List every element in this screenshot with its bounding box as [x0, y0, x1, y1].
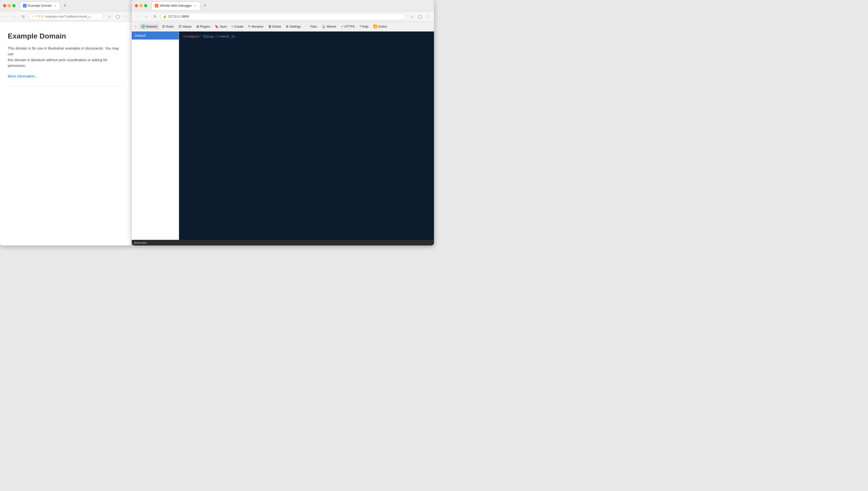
help-icon: ? — [359, 25, 361, 28]
tab-label-2: Whistle Web Debugger — [160, 4, 192, 7]
online-icon: 📶 — [373, 25, 377, 28]
tab-favicon-1: E — [23, 4, 27, 7]
network-button[interactable]: 🌐 Network — [139, 24, 159, 29]
rules-icon: ☰ — [162, 25, 165, 28]
url-actions-1: ☆ ◯ ⋮ — [106, 13, 130, 20]
weinre-icon: 📡 — [322, 25, 326, 28]
more-button-2[interactable]: ⋮ — [425, 13, 432, 20]
minimize-button-2[interactable] — [140, 4, 143, 7]
bookmark-button-2[interactable]: ☆ — [408, 13, 415, 20]
network-icon: 🌐 — [141, 25, 145, 28]
values-button[interactable]: ☰ Values — [176, 24, 194, 29]
forward-button-2[interactable]: → — [143, 13, 150, 20]
account-button-2[interactable]: ◯ — [416, 13, 424, 20]
rules-button[interactable]: ☰ Rules — [160, 24, 176, 29]
security-label-1: 不安全 — [35, 15, 44, 18]
reload-button-2[interactable]: ↻ — [151, 13, 159, 20]
back-nav-button[interactable]: ‹ — [133, 24, 139, 29]
online-label: Online — [378, 25, 387, 28]
files-icon: 📄 — [306, 25, 310, 28]
whistle-main: Default /example/ fplug:///mock.js — [132, 31, 434, 240]
more-button-1[interactable]: ⋮ — [122, 13, 130, 20]
https-label: HTTPS — [345, 25, 355, 28]
https-icon: ✓ — [341, 25, 344, 28]
traffic-lights-1 — [3, 4, 16, 7]
rules-label: Rules — [166, 25, 174, 28]
whistle-sidebar: Default — [132, 31, 179, 240]
plugins-button[interactable]: ⊞ Plugins — [194, 24, 212, 29]
whistle-toolbar: ‹ 🌐 Network ☰ Rules ☰ Values ⊞ Plugins 🔖… — [132, 22, 434, 31]
forward-button-1[interactable]: → — [11, 13, 18, 20]
sidebar-item-label: Default — [135, 34, 145, 37]
url-text-2: 127.0.0.1:8899 — [168, 15, 189, 18]
browser-window-1: E Example Domain × + ← → ↻ ⚠ 不安全 example… — [0, 0, 132, 246]
page-description-1: This domain is for use in illustrative e… — [8, 46, 124, 69]
tab-close-1[interactable]: × — [53, 4, 57, 7]
divider — [8, 86, 124, 87]
delete-button[interactable]: 🗑 Delete — [266, 24, 283, 29]
editor-path: /example/ — [183, 34, 201, 39]
delete-label: Delete — [272, 25, 281, 28]
security-icon-1: ⚠ — [31, 15, 34, 18]
new-tab-button-2[interactable]: + — [201, 2, 208, 9]
editor-line-1: /example/ fplug:///mock.js — [183, 34, 430, 39]
settings-icon: ⚙ — [286, 25, 289, 28]
back-button-2[interactable]: ← — [134, 13, 141, 20]
traffic-lights-2 — [135, 4, 147, 7]
help-label: Help — [362, 25, 368, 28]
close-button-1[interactable] — [3, 4, 6, 7]
save-label: Save — [219, 25, 227, 28]
settings-label: Settings — [290, 25, 301, 28]
create-button[interactable]: + Create — [230, 24, 246, 29]
tab-close-2[interactable]: × — [193, 4, 197, 7]
page-title-1: Example Domain — [8, 32, 124, 40]
tab-favicon-2: W — [155, 4, 158, 7]
editor-target: fplug:///mock.js — [203, 34, 235, 39]
files-button[interactable]: 📄 Files — [303, 24, 319, 29]
whistle-editor[interactable]: /example/ fplug:///mock.js — [179, 31, 434, 240]
save-button[interactable]: 🔖 Save — [213, 24, 229, 29]
minimize-button-1[interactable] — [8, 4, 11, 7]
title-bar-2: W Whistle Web Debugger × + — [132, 0, 434, 11]
url-bar-2[interactable]: 🔒 127.0.0.1:8899 — [160, 13, 406, 20]
plugins-icon: ⊞ — [196, 25, 199, 28]
tab-label-1: Example Domain — [28, 4, 52, 7]
title-bar-1: E Example Domain × + — [0, 0, 132, 11]
tab-whistle[interactable]: W Whistle Web Debugger × — [151, 2, 200, 10]
browser-window-2: W Whistle Web Debugger × + ← → ↻ 🔒 127.0… — [132, 0, 434, 246]
weinre-label: Weinre — [327, 25, 336, 28]
account-button-1[interactable]: ◯ — [114, 13, 121, 20]
url-text-1: example.com/?callback=mock_c... — [46, 15, 93, 18]
https-button[interactable]: ✓ HTTPS — [339, 24, 357, 29]
plugins-label: Plugins — [200, 25, 210, 28]
values-label: Values — [182, 25, 192, 28]
reload-button-1[interactable]: ↻ — [20, 13, 27, 20]
files-label: Files — [310, 25, 317, 28]
weinre-button[interactable]: 📡 Weinre — [320, 24, 338, 29]
lock-icon: 🔒 — [163, 15, 167, 18]
rename-label: Rename — [251, 25, 263, 28]
sidebar-item-default[interactable]: Default — [132, 31, 179, 39]
help-button[interactable]: ? Help — [357, 24, 370, 29]
settings-button[interactable]: ⚙ Settings — [283, 24, 303, 29]
new-tab-button-1[interactable]: + — [61, 2, 68, 9]
bookmark-button-1[interactable]: ☆ — [106, 13, 113, 20]
back-nav-icon: ‹ — [136, 25, 137, 28]
tab-example-domain[interactable]: E Example Domain × — [20, 2, 60, 10]
create-label: Create — [234, 25, 243, 28]
url-bar-1[interactable]: ⚠ 不安全 example.com/?callback=mock_c... — [28, 13, 103, 20]
back-button-1[interactable]: ← — [2, 13, 9, 20]
address-bar-2: ← → ↻ 🔒 127.0.0.1:8899 ☆ ◯ ⋮ — [132, 11, 434, 22]
save-icon: 🔖 — [215, 25, 219, 28]
online-button[interactable]: 📶 Online — [371, 24, 389, 29]
maximize-button-2[interactable] — [144, 4, 147, 7]
close-button-2[interactable] — [135, 4, 138, 7]
rename-button[interactable]: ✎ Rename — [246, 24, 265, 29]
status-text: javascript:; — [134, 241, 148, 244]
values-icon: ☰ — [179, 25, 182, 28]
create-icon: + — [232, 25, 234, 28]
maximize-button-1[interactable] — [12, 4, 16, 7]
tab-area-1: E Example Domain × + — [20, 2, 129, 10]
more-info-link[interactable]: More information... — [8, 74, 38, 78]
page-content-1: Example Domain This domain is for use in… — [0, 22, 132, 246]
